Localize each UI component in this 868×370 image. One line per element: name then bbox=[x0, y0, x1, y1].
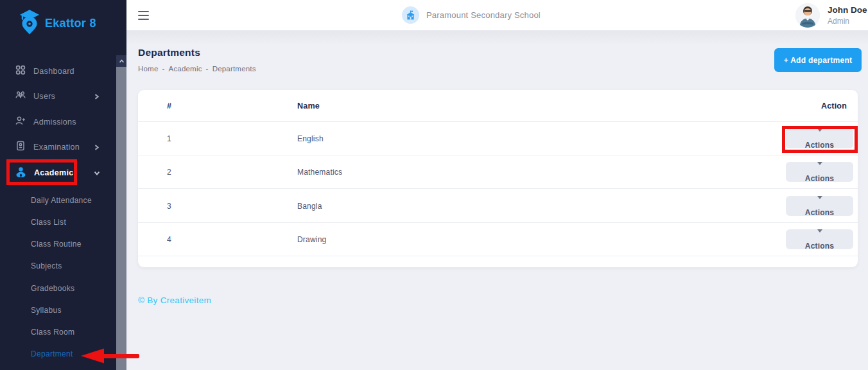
logo[interactable]: Ekattor 8 bbox=[19, 9, 96, 37]
sidebar-subitem-subjects[interactable]: Subjects bbox=[31, 259, 62, 273]
sidebar-item-dashboard[interactable]: Dashboard bbox=[15, 63, 96, 80]
page-title: Departments bbox=[138, 47, 200, 58]
main-content: Departments Home - Academic - Department… bbox=[126, 31, 868, 370]
sidebar-subitem-class-list[interactable]: Class List bbox=[31, 215, 66, 229]
sidebar-subitem-class-routine[interactable]: Class Routine bbox=[31, 237, 82, 251]
column-header-number: # bbox=[167, 90, 171, 122]
department-name: English bbox=[297, 122, 324, 155]
sidebar-item-academic[interactable]: Academic bbox=[15, 164, 96, 181]
departments-table-card: # Name Action 1 English Actions 2 Mathem… bbox=[138, 90, 858, 267]
topbar: Paramount Secondary School John Doe Admi… bbox=[126, 0, 868, 31]
department-name: Mathematics bbox=[297, 155, 342, 189]
school-name: Paramount Secondary School bbox=[426, 10, 541, 20]
actions-dropdown-button[interactable]: Actions bbox=[786, 162, 853, 182]
user-menu[interactable]: John Doe Admin bbox=[795, 3, 867, 28]
table-header: # Name Action bbox=[138, 90, 858, 122]
caret-down-icon bbox=[817, 128, 822, 132]
sidebar-item-users[interactable]: Users bbox=[15, 88, 96, 105]
school-icon bbox=[402, 6, 419, 24]
breadcrumb: Home - Academic - Departments bbox=[138, 65, 256, 73]
column-header-action: Action bbox=[821, 90, 847, 122]
department-name: Drawing bbox=[297, 223, 326, 256]
row-number: 3 bbox=[167, 189, 171, 223]
sidebar-item-examination[interactable]: Examination bbox=[15, 139, 96, 155]
app-root: Ekattor 8 Dashboard Users bbox=[0, 0, 868, 370]
users-icon bbox=[15, 90, 26, 103]
scrollbar-thumb[interactable] bbox=[116, 67, 126, 370]
sidebar-subitem-gradebooks[interactable]: Gradebooks bbox=[31, 281, 74, 295]
sidebar: Ekattor 8 Dashboard Users bbox=[0, 0, 126, 370]
chevron-right-icon bbox=[94, 139, 100, 155]
breadcrumb-separator: - bbox=[206, 65, 209, 73]
sidebar-subitem-department[interactable]: Department bbox=[31, 347, 73, 361]
breadcrumb-home[interactable]: Home bbox=[138, 65, 158, 73]
row-number: 1 bbox=[167, 122, 171, 155]
department-name: Bangla bbox=[297, 189, 322, 223]
add-department-button[interactable]: + Add department bbox=[774, 48, 862, 72]
scroll-up-button[interactable] bbox=[116, 55, 126, 67]
breadcrumb-separator: - bbox=[162, 65, 164, 73]
table-row: 2 Mathematics Actions bbox=[138, 155, 858, 189]
school-selector[interactable]: Paramount Secondary School bbox=[402, 6, 541, 24]
actions-dropdown-button[interactable]: Actions bbox=[786, 196, 853, 216]
sidebar-item-admissions[interactable]: Admissions bbox=[15, 114, 96, 130]
row-number: 2 bbox=[167, 155, 171, 189]
footer-copyright: © By Creativeitem bbox=[138, 295, 211, 305]
sidebar-subitem-daily-attendance[interactable]: Daily Attendance bbox=[31, 193, 92, 207]
user-name: John Doe bbox=[828, 5, 867, 15]
row-number: 4 bbox=[167, 223, 171, 256]
sidebar-subitem-syllabus[interactable]: Syllabus bbox=[31, 303, 62, 317]
chevron-right-icon bbox=[94, 88, 100, 105]
logo-icon bbox=[19, 9, 40, 37]
breadcrumb-academic[interactable]: Academic bbox=[169, 65, 202, 73]
actions-dropdown-button[interactable]: Actions bbox=[786, 229, 853, 249]
table-row: 1 English Actions bbox=[138, 122, 858, 155]
sidebar-scrollbar[interactable] bbox=[116, 0, 126, 370]
sidebar-subitem-class-room[interactable]: Class Room bbox=[31, 325, 74, 339]
dashboard-icon bbox=[15, 65, 26, 78]
person-icon bbox=[15, 166, 26, 180]
chevron-up-icon bbox=[119, 59, 125, 64]
user-info: John Doe Admin bbox=[828, 5, 867, 26]
id-card-icon bbox=[15, 141, 26, 154]
avatar bbox=[795, 3, 820, 28]
actions-dropdown-button[interactable]: Actions bbox=[786, 128, 853, 148]
column-header-name: Name bbox=[297, 90, 320, 122]
table-row: 4 Drawing Actions bbox=[138, 223, 858, 256]
menu-icon[interactable] bbox=[138, 11, 149, 22]
person-plus-icon bbox=[15, 116, 26, 128]
breadcrumb-current: Departments bbox=[213, 65, 256, 73]
caret-down-icon bbox=[817, 162, 822, 165]
logo-text: Ekattor 8 bbox=[45, 17, 96, 30]
chevron-down-icon bbox=[94, 164, 100, 181]
caret-down-icon bbox=[817, 229, 822, 233]
user-role: Admin bbox=[828, 17, 867, 26]
caret-down-icon bbox=[817, 196, 822, 199]
table-row: 3 Bangla Actions bbox=[138, 189, 858, 223]
